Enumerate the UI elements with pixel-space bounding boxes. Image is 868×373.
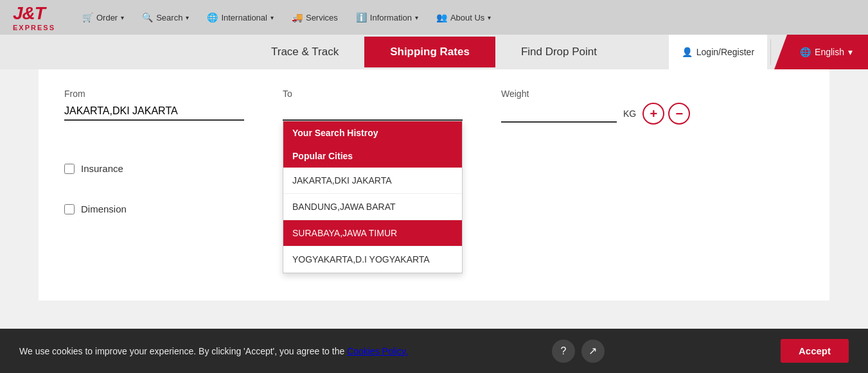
weight-group: Weight KG + −: [501, 89, 690, 125]
cookie-policy-link[interactable]: Cookies Policy.: [347, 346, 408, 356]
from-label: From: [64, 89, 244, 99]
language-arrow: ▾: [848, 47, 853, 57]
language-button[interactable]: 🌐 English ▾: [774, 35, 868, 69]
dropdown-item-yogyakarta[interactable]: YOGYAKARTA,D.I YOGYAKARTA: [283, 247, 462, 273]
order-icon: 🛒: [82, 12, 93, 22]
to-group: To Your Search Histroy Popular Cities JA…: [283, 89, 463, 121]
tab-shipping[interactable]: Shipping Rates: [364, 37, 495, 67]
international-icon: 🌐: [207, 12, 218, 22]
kg-label: KG: [623, 108, 636, 119]
information-icon: ℹ️: [356, 12, 367, 22]
dimension-checkbox[interactable]: [64, 204, 75, 214]
order-arrow: ▾: [121, 14, 124, 21]
dropdown-item-bandung[interactable]: BANDUNG,JAWA BARAT: [283, 194, 462, 220]
about-icon: 👥: [436, 12, 447, 22]
about-label: About Us: [450, 13, 484, 22]
dropdown-popular-header: Popular Cities: [283, 144, 462, 168]
nav-services[interactable]: 🚚 Services: [284, 8, 346, 26]
main-content: From To Your Search Histroy Popular Citi…: [39, 69, 829, 300]
dropdown-history-header: Your Search Histroy: [283, 121, 462, 144]
services-label: Services: [306, 13, 338, 22]
search-label: Search: [156, 13, 182, 22]
nav-search[interactable]: 🔍 Search ▾: [134, 8, 197, 26]
services-icon: 🚚: [292, 12, 303, 22]
user-icon: 👤: [682, 47, 693, 57]
cookie-icons: ? ↗: [552, 340, 605, 363]
dropdown-item-surabaya[interactable]: SURABAYA,JAWA TIMUR: [283, 220, 462, 247]
from-group: From: [64, 89, 244, 121]
tab-droppoint[interactable]: Find Drop Point: [495, 37, 623, 67]
cookie-accept-button[interactable]: Accept: [781, 339, 849, 363]
nav-about[interactable]: 👥 About Us ▾: [429, 8, 499, 26]
dimension-label: Dimension: [81, 204, 127, 214]
search-arrow: ▾: [186, 14, 189, 21]
order-label: Order: [96, 13, 118, 22]
sub-navigation: Trace & Track Shipping Rates Find Drop P…: [0, 35, 868, 69]
search-icon: 🔍: [142, 12, 153, 22]
dropdown-item-jakarta[interactable]: JAKARTA,DKI JAKARTA: [283, 168, 462, 194]
weight-controls: + −: [642, 103, 690, 125]
cookie-message: We use cookies to improve your experienc…: [19, 346, 347, 356]
nav-information[interactable]: ℹ️ Information ▾: [348, 8, 426, 26]
nav-divider: [770, 39, 771, 65]
logo-express: EXPRESS: [13, 24, 55, 31]
weight-label: Weight: [501, 89, 690, 99]
to-label: To: [283, 89, 463, 99]
tabs-area: Trace & Track Shipping Rates Find Drop P…: [245, 37, 623, 67]
tab-trace[interactable]: Trace & Track: [245, 37, 364, 67]
nav-order[interactable]: 🛒 Order ▾: [75, 8, 132, 26]
globe-icon: 🌐: [800, 47, 811, 57]
insurance-label: Insurance: [81, 163, 123, 174]
form-row: From To Your Search Histroy Popular Citi…: [64, 89, 804, 125]
logo[interactable]: J&T EXPRESS: [13, 3, 55, 31]
insurance-checkbox[interactable]: [64, 164, 75, 174]
information-label: Information: [370, 13, 412, 22]
weight-input[interactable]: [501, 105, 617, 123]
to-input[interactable]: [283, 103, 463, 121]
login-register-label: Login/Register: [696, 47, 754, 57]
information-arrow: ▾: [415, 14, 418, 21]
logo-text: J&T: [13, 3, 45, 23]
about-arrow: ▾: [488, 14, 491, 21]
login-register-button[interactable]: 👤 Login/Register: [669, 35, 767, 69]
cookie-help-button[interactable]: ?: [552, 340, 575, 363]
nav-international[interactable]: 🌐 International ▾: [199, 8, 281, 26]
cookie-text: We use cookies to improve your experienc…: [19, 346, 408, 356]
weight-row: KG + −: [501, 103, 690, 125]
international-label: International: [221, 13, 267, 22]
language-label: English: [815, 47, 844, 57]
from-input[interactable]: [64, 103, 244, 121]
nav-items: 🛒 Order ▾ 🔍 Search ▾ 🌐 International ▾ 🚚…: [75, 8, 855, 26]
to-dropdown: Your Search Histroy Popular Cities JAKAR…: [283, 121, 463, 273]
top-navigation: J&T EXPRESS 🛒 Order ▾ 🔍 Search ▾ 🌐 Inter…: [0, 0, 868, 35]
sub-nav-right: 👤 Login/Register 🌐 English ▾: [669, 35, 868, 69]
international-arrow: ▾: [270, 14, 274, 21]
weight-increase-button[interactable]: +: [642, 103, 664, 125]
cookie-share-button[interactable]: ↗: [581, 340, 605, 363]
weight-decrease-button[interactable]: −: [668, 103, 690, 125]
cookie-bar: We use cookies to improve your experienc…: [0, 329, 868, 373]
